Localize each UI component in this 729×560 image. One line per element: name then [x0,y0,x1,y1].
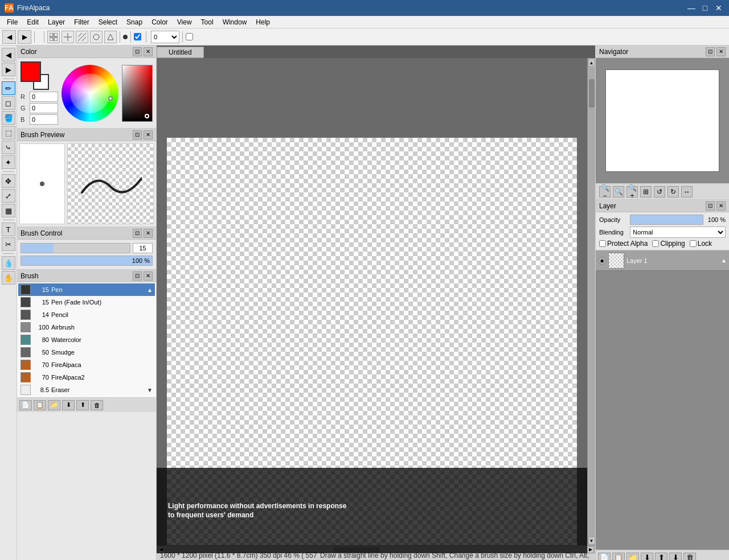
tool-gradient[interactable]: ▦ [2,204,15,217]
zoom-in-btn[interactable]: 🔍+ [626,186,638,197]
toolbar-undo[interactable]: ◀ [2,30,16,44]
tool-lasso[interactable]: ⤷ [2,141,15,154]
minimize-button[interactable]: — [686,3,697,13]
brush-item-pen[interactable]: 15 Pen ▲ [18,283,155,296]
brush-delete-btn[interactable]: 🗑 [91,400,103,410]
tool-pen[interactable]: ✏ [2,81,15,95]
brush-panel-expand[interactable]: ⊡ [133,271,142,281]
toolbar-grid-1[interactable] [47,31,60,43]
brush-item-eraser[interactable]: 8.5 Eraser ▼ [18,384,155,396]
layer-opacity-slider[interactable] [630,215,703,225]
antialias-checkbox[interactable] [134,33,141,40]
tool-move[interactable]: ✥ [2,174,15,188]
brush-item-airbrush[interactable]: 100 Airbrush [18,321,155,333]
tool-select-rect[interactable]: ⬚ [2,126,15,139]
maximize-button[interactable]: □ [699,3,711,13]
brush-control-close[interactable]: ✕ [144,229,153,238]
layer-blend-select[interactable]: Normal Multiply Screen Overlay [630,227,726,238]
tool-fill[interactable]: 🪣 [2,111,15,125]
clipping-input[interactable] [652,240,659,247]
menu-tool[interactable]: Tool [196,17,218,27]
toolbar-perspective[interactable] [104,31,117,43]
brush-preview-expand[interactable]: ⊡ [133,130,142,139]
brush-item-firealpaca2[interactable]: 70 FireAlpaca2 [18,371,155,384]
rgb-r-input[interactable] [30,92,58,102]
color-swatch-main[interactable] [21,61,41,82]
brush-opacity-slider[interactable]: 100 % [21,256,153,266]
menu-layer[interactable]: Layer [43,17,69,27]
layer-row-1[interactable]: ● Layer 1 ▲ [596,250,729,271]
tool-transform[interactable]: ⤢ [2,189,15,203]
brush-item-pencil[interactable]: 14 Pencil [18,308,155,321]
menu-snap[interactable]: Snap [122,17,147,27]
menu-color[interactable]: Color [147,17,173,27]
toolbar-grid-2[interactable] [62,31,74,43]
toolbar-circle[interactable] [90,31,103,43]
vscroll-down-btn[interactable]: ▼ [588,537,595,545]
lock-checkbox[interactable]: Lock [690,240,712,248]
brush-item-firealpaca[interactable]: 70 FireAlpaca [18,359,155,371]
canvas-vscrollbar[interactable]: ▲ ▼ [587,58,595,545]
tool-hand[interactable]: ✋ [2,271,15,285]
tool-eyedropper[interactable]: 💧 [2,256,15,270]
toolbar-redo[interactable]: ▶ [18,30,31,44]
layer-expand[interactable]: ⊡ [706,201,715,211]
navigator-close[interactable]: ✕ [716,47,726,56]
clipping-checkbox[interactable]: Clipping [652,240,685,248]
soft-edge-area[interactable] [186,33,195,40]
tool-text[interactable]: T [2,223,15,236]
brush-item-watercolor[interactable]: 80 Watercolor [18,333,155,346]
menu-view[interactable]: View [173,17,196,27]
protect-alpha-checkbox[interactable]: Protect Alpha [599,240,648,248]
layer-close[interactable]: ✕ [716,201,726,211]
zoom-rotate-cw-btn[interactable]: ↻ [667,186,679,197]
vscroll-up-btn[interactable]: ▲ [588,59,595,67]
tool-redo[interactable]: ▶ [2,63,15,76]
lock-input[interactable] [690,240,697,247]
brush-copy-btn[interactable]: 📋 [34,400,46,410]
tool-magic-wand[interactable]: ✦ [2,155,15,169]
brush-control-expand[interactable]: ⊡ [133,229,142,238]
layer-merge-btn[interactable]: ⬇ [641,553,653,561]
menu-file[interactable]: File [2,17,22,27]
layer-up-btn[interactable]: ⬆ [655,553,667,561]
close-button[interactable]: ✕ [713,3,724,13]
color-panel-expand[interactable]: ⊡ [133,47,142,56]
brush-item-pen-fade[interactable]: 15 Pen (Fade In/Out) [18,296,155,308]
brush-folder-btn[interactable]: 📁 [48,400,60,410]
brush-item-smudge[interactable]: 50 Smudge [18,346,155,359]
color-square[interactable] [122,65,153,122]
navigator-preview[interactable] [605,69,719,172]
antialias-checkbox-area[interactable] [134,33,143,40]
layer-copy-btn[interactable]: 📋 [612,553,625,561]
layer-down-btn[interactable]: ⬇ [669,553,682,561]
rgb-g-input[interactable] [30,103,58,113]
tool-eraser[interactable]: ◻ [2,96,15,110]
menu-select[interactable]: Select [94,17,122,27]
brush-preview-close[interactable]: ✕ [144,130,153,139]
toolbar-hatch[interactable] [76,31,88,43]
soft-edge-checkbox[interactable] [186,33,193,40]
menu-edit[interactable]: Edit [22,17,43,27]
zoom-rotate-ccw-btn[interactable]: ↺ [654,186,665,197]
brush-panel-close[interactable]: ✕ [144,271,153,281]
vscroll-thumb[interactable] [589,79,595,108]
navigator-expand[interactable]: ⊡ [706,47,715,56]
menu-filter[interactable]: Filter [69,17,94,27]
correction-select[interactable]: 0 1 2 [151,31,179,43]
layer-delete-btn[interactable]: 🗑 [683,553,696,561]
layer-folder-btn[interactable]: 📁 [626,553,639,561]
tool-crop[interactable]: ✂ [2,237,15,251]
zoom-fit-btn[interactable]: ⊞ [640,186,652,197]
zoom-out-btn[interactable]: 🔍− [599,186,611,197]
color-wheel[interactable] [62,65,118,122]
brush-size-slider[interactable] [21,243,130,253]
color-wheel-wrapper[interactable] [62,65,118,122]
layer-new-btn[interactable]: 📄 [598,553,611,561]
zoom-flip-btn[interactable]: ↔ [681,186,693,197]
brush-size-input[interactable] [133,243,153,253]
menu-help[interactable]: Help [251,17,275,27]
layer-visibility-1[interactable]: ● [598,257,606,265]
canvas-tab-untitled[interactable]: Untitled [157,47,204,58]
rgb-b-input[interactable] [30,114,58,125]
